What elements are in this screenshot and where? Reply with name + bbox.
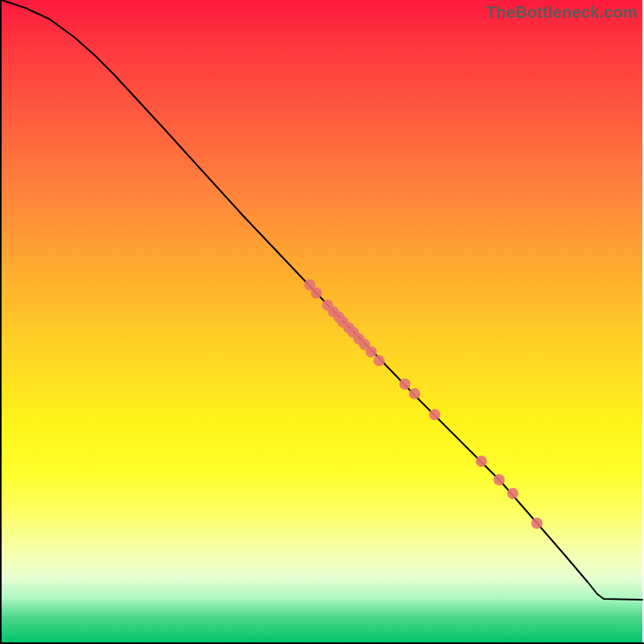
watermark-text: TheBottleneck.com xyxy=(486,3,638,22)
y-axis-line xyxy=(0,0,2,644)
chart-frame: TheBottleneck.com xyxy=(0,0,644,644)
gradient-background xyxy=(2,0,642,642)
